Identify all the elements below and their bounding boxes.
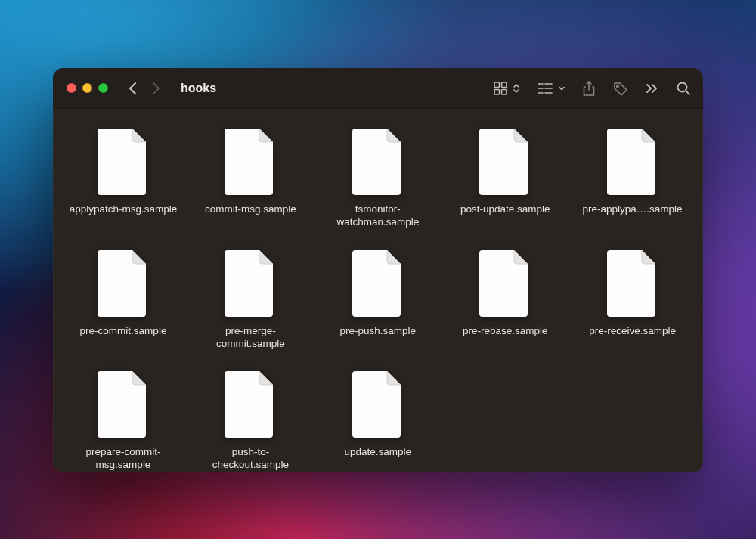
file-label: pre-applypa….sample (583, 203, 683, 215)
minimize-button[interactable] (82, 83, 92, 93)
file-label: pre-commit.sample (80, 324, 167, 337)
file-label: prepare-commit-msg.sample (67, 445, 180, 472)
file-label: push-to-checkout.sample (194, 445, 307, 472)
forward-button[interactable] (151, 81, 161, 96)
group-by-button[interactable] (537, 82, 565, 95)
search-button[interactable] (676, 81, 691, 96)
zoom-button[interactable] (98, 83, 108, 93)
search-icon (676, 81, 691, 96)
svg-line-13 (686, 91, 689, 94)
file-item[interactable]: pre-push.sample (321, 249, 435, 351)
more-button[interactable] (646, 82, 659, 94)
file-item[interactable]: commit-msg.sample (194, 127, 307, 229)
file-item[interactable]: pre-merge-commit.sample (194, 249, 307, 351)
document-icon (351, 249, 405, 318)
chevron-updown-icon (513, 82, 520, 94)
group-icon (537, 82, 553, 95)
document-icon (351, 370, 405, 439)
file-label: post-update.sample (460, 203, 550, 215)
share-button[interactable] (582, 80, 596, 97)
file-label: commit-msg.sample (205, 203, 296, 215)
file-item[interactable]: pre-commit.sample (67, 249, 180, 351)
document-icon (478, 249, 532, 318)
tags-button[interactable] (612, 81, 629, 96)
file-item[interactable]: applypatch-msg.sample (67, 127, 180, 229)
back-button[interactable] (128, 81, 138, 96)
file-label: pre-merge-commit.sample (194, 324, 307, 351)
file-item[interactable]: post-update.sample (448, 127, 562, 229)
svg-rect-3 (502, 89, 507, 94)
file-label: pre-receive.sample (589, 324, 676, 337)
file-item[interactable]: fsmonitor-watchman.sample (321, 127, 435, 229)
file-label: pre-push.sample (340, 324, 417, 337)
file-label: update.sample (345, 445, 412, 458)
file-item[interactable]: pre-rebase.sample (448, 249, 562, 351)
svg-rect-0 (494, 82, 500, 88)
file-label: fsmonitor-watchman.sample (321, 203, 435, 229)
tag-icon (612, 81, 629, 96)
svg-rect-1 (502, 82, 507, 88)
document-icon (96, 249, 150, 318)
close-button[interactable] (67, 83, 76, 93)
document-icon (606, 249, 660, 318)
nav-buttons (128, 81, 161, 96)
window-title: hooks (181, 82, 216, 95)
view-mode-button[interactable] (493, 81, 520, 96)
icon-grid-icon (493, 81, 508, 96)
titlebar: hooks (53, 68, 703, 109)
document-icon (223, 370, 277, 439)
toolbar-right (493, 80, 691, 97)
document-icon (478, 127, 532, 197)
svg-rect-2 (494, 89, 500, 94)
share-icon (582, 80, 596, 97)
chevron-down-icon (558, 85, 565, 92)
file-label: applypatch-msg.sample (70, 203, 178, 215)
file-item[interactable]: update.sample (321, 370, 435, 472)
window-controls (67, 83, 108, 93)
file-item[interactable]: prepare-commit-msg.sample (67, 370, 180, 472)
document-icon (223, 249, 277, 318)
file-grid: applypatch-msg.samplecommit-msg.samplefs… (67, 127, 689, 472)
file-item[interactable]: pre-receive.sample (576, 249, 689, 351)
document-icon (96, 127, 150, 197)
file-label: pre-rebase.sample (463, 324, 548, 337)
document-icon (223, 127, 277, 197)
document-icon (96, 370, 150, 439)
document-icon (606, 127, 660, 197)
finder-window: hooks (53, 68, 703, 472)
file-item[interactable]: pre-applypa….sample (576, 127, 689, 229)
document-icon (351, 127, 405, 197)
file-item[interactable]: push-to-checkout.sample (194, 370, 307, 472)
svg-point-11 (617, 85, 619, 87)
content-area[interactable]: applypatch-msg.samplecommit-msg.samplefs… (53, 109, 703, 472)
chevron-double-right-icon (646, 82, 659, 94)
